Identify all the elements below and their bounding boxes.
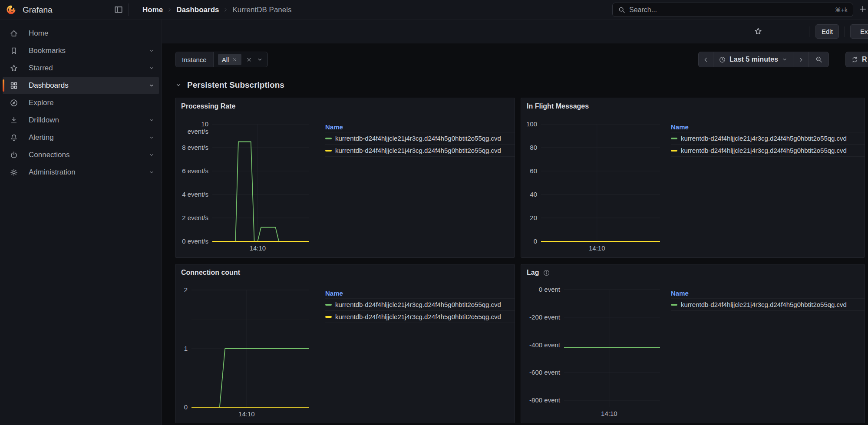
legend-name-header[interactable]: Name — [325, 122, 515, 132]
chevron-down-icon[interactable] — [257, 56, 263, 63]
toolbar-divider — [845, 26, 845, 37]
sidebar-item-label: Administration — [29, 168, 138, 177]
y-tick-label: 2 event/s — [181, 214, 208, 221]
sidebar-item-alerting[interactable]: Alerting — [3, 129, 159, 146]
chevron-down-icon[interactable] — [149, 117, 155, 123]
time-forward-button[interactable] — [793, 52, 809, 67]
chevron-down-icon[interactable] — [149, 152, 155, 158]
series-color-chip — [325, 304, 332, 306]
y-tick-label: 0 — [181, 403, 188, 411]
time-range-button[interactable]: Last 5 minutes — [713, 52, 793, 67]
x-tick-label: 14:10 — [229, 410, 264, 418]
series-name: kurrentdb-d24f4hljjcle21j4r3cg.d24f4h5g0… — [335, 147, 501, 154]
series-color-chip — [325, 316, 332, 318]
y-tick-label: 0 event — [526, 286, 560, 293]
search-icon — [618, 6, 626, 14]
panel-lag: Lag 0 event-200 event-400 event-600 even… — [521, 264, 865, 423]
chart-legend: Name kurrentdb-d24f4hljjcle21j4r3cg.d24f… — [325, 288, 515, 323]
chevron-left-icon — [703, 56, 709, 63]
sidebar-item-administration[interactable]: Administration — [3, 164, 159, 181]
edit-button[interactable]: Edit — [815, 24, 839, 39]
sidebar-item-bookmarks[interactable]: Bookmarks — [3, 42, 159, 59]
legend-item[interactable]: kurrentdb-d24f4hljjcle21j4r3cg.d24f4h5g0… — [325, 310, 515, 323]
legend-rows: kurrentdb-d24f4hljjcle21j4r3cg.d24f4h5g0… — [671, 298, 865, 311]
gear-icon — [10, 168, 18, 177]
export-button[interactable]: Expo — [850, 24, 868, 39]
legend-item[interactable]: kurrentdb-d24f4hljjcle21j4r3cg.d24f4h5g0… — [325, 144, 515, 156]
chart-connection-count[interactable]: 01214:10 — [181, 286, 310, 418]
x-tick-label: 14:10 — [580, 244, 614, 252]
sidebar-item-dashboards[interactable]: Dashboards — [3, 77, 159, 94]
grafana-logo-icon[interactable] — [5, 4, 17, 16]
panel-header: Connection count — [175, 264, 515, 281]
panel-header: Processing Rate — [175, 98, 515, 115]
chevron-down-icon[interactable] — [149, 48, 155, 54]
sidebar-item-label: Connections — [29, 151, 138, 159]
search-input[interactable]: Search... ⌘+k — [612, 3, 853, 17]
chevron-down-icon[interactable] — [149, 82, 155, 89]
breadcrumb-dashboards[interactable]: Dashboards — [176, 6, 219, 14]
chart-in-flight-messages[interactable]: 02040608010014:10 — [526, 120, 661, 253]
y-tick-label: 80 — [526, 144, 537, 151]
info-icon[interactable] — [543, 269, 550, 277]
y-tick-label: 8 event/s — [181, 144, 208, 151]
y-tick-label: -400 event — [526, 341, 560, 349]
y-tick-label: 6 event/s — [181, 167, 208, 175]
bookmark-icon — [10, 46, 18, 55]
sidebar-item-label: Drilldown — [29, 116, 138, 125]
favorite-star-icon[interactable] — [754, 27, 762, 36]
time-back-button[interactable] — [699, 52, 713, 67]
sidebar-item-explore[interactable]: Explore — [3, 94, 159, 112]
y-tick-label: -200 event — [526, 313, 560, 321]
remove-value-icon[interactable] — [232, 57, 238, 63]
sidebar-item-drilldown[interactable]: Drilldown — [3, 112, 159, 129]
sidebar-item-home[interactable]: Home — [3, 25, 159, 42]
chart-lag[interactable]: 0 event-200 event-400 event-600 event-80… — [526, 285, 661, 418]
sidebar-item-connections[interactable]: Connections — [3, 146, 159, 164]
panel-title[interactable]: In Flight Messages — [527, 102, 589, 110]
series-name: kurrentdb-d24f4hljjcle21j4r3cg.d24f4h5g0… — [335, 301, 501, 308]
refresh-button[interactable]: R — [845, 52, 868, 67]
chevron-down-icon[interactable] — [149, 65, 155, 71]
apps-icon — [10, 81, 18, 90]
legend-name-header[interactable]: Name — [671, 288, 865, 298]
chevron-down-icon[interactable] — [149, 169, 155, 175]
instance-filter-value[interactable]: All — [214, 52, 268, 67]
breadcrumb-home[interactable]: Home — [142, 6, 163, 14]
series-name: kurrentdb-d24f4hljjcle21j4r3cg.d24f4h5g0… — [681, 147, 847, 154]
chart-svg — [181, 120, 310, 253]
panel-in-flight-messages: In Flight Messages 02040608010014:10 Nam… — [521, 98, 865, 258]
row-persistent-subscriptions[interactable]: Persistent Subscriptions — [175, 79, 284, 91]
chart-processing-rate[interactable]: 0 event/s2 event/s4 event/s6 event/s8 ev… — [181, 120, 310, 253]
top-nav-bar: Grafana Home Dashboards KurrentDB Panels… — [0, 0, 868, 20]
instance-variable-filter: Instance All — [175, 52, 268, 67]
legend-item[interactable]: kurrentdb-d24f4hljjcle21j4r3cg.d24f4h5g0… — [325, 132, 515, 144]
chevron-down-icon[interactable] — [149, 135, 155, 141]
add-icon[interactable] — [858, 5, 867, 13]
panel-header: Lag — [521, 264, 865, 281]
topbar-divider — [128, 3, 129, 16]
legend-item[interactable]: kurrentdb-d24f4hljjcle21j4r3cg.d24f4h5g0… — [671, 144, 865, 156]
panel-title[interactable]: Connection count — [181, 269, 240, 277]
series-color-chip — [671, 150, 677, 152]
legend-item[interactable]: kurrentdb-d24f4hljjcle21j4r3cg.d24f4h5g0… — [671, 298, 865, 310]
series-name: kurrentdb-d24f4hljjcle21j4r3cg.d24f4h5g0… — [335, 135, 501, 142]
legend-item[interactable]: kurrentdb-d24f4hljjcle21j4r3cg.d24f4h5g0… — [325, 298, 515, 310]
legend-name-header[interactable]: Name — [325, 288, 515, 298]
y-tick-label: 20 — [526, 214, 537, 221]
sidebar-toggle-icon[interactable] — [114, 5, 123, 14]
panel-title[interactable]: Processing Rate — [181, 102, 235, 110]
time-picker: Last 5 minutes — [698, 52, 829, 67]
series-color-chip — [325, 138, 332, 139]
series-name: kurrentdb-d24f4hljjcle21j4r3cg.d24f4h5g0… — [681, 301, 847, 308]
chevron-right-icon — [798, 56, 804, 63]
legend-item[interactable]: kurrentdb-d24f4hljjcle21j4r3cg.d24f4h5g0… — [671, 132, 865, 144]
panel-title[interactable]: Lag — [527, 269, 539, 277]
time-zoom-out-button[interactable] — [809, 52, 828, 67]
clear-all-icon[interactable] — [246, 56, 252, 63]
y-tick-label: 2 — [181, 286, 188, 293]
instance-value-chip[interactable]: All — [218, 54, 242, 65]
legend-name-header[interactable]: Name — [671, 122, 865, 132]
chart-legend: Name kurrentdb-d24f4hljjcle21j4r3cg.d24f… — [671, 288, 865, 311]
sidebar-item-starred[interactable]: Starred — [3, 59, 159, 77]
